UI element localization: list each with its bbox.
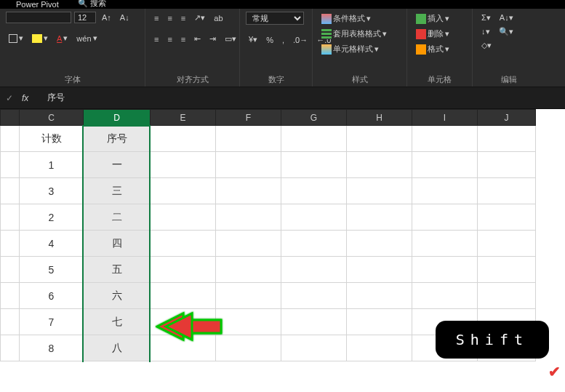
col-header-i[interactable]: I xyxy=(412,110,478,126)
cell[interactable] xyxy=(478,283,536,309)
find-button[interactable]: 🔍▾ xyxy=(496,25,516,38)
cell[interactable] xyxy=(281,178,347,204)
indent-right-button[interactable]: ⇥ xyxy=(207,33,219,45)
cell[interactable] xyxy=(281,335,347,361)
fx-icon[interactable]: fx xyxy=(22,93,28,103)
cell[interactable] xyxy=(216,126,281,152)
insert-button[interactable]: 插入▾ xyxy=(413,12,452,25)
cell[interactable]: 二 xyxy=(84,204,151,231)
indent-left-button[interactable]: ⇤ xyxy=(191,33,204,45)
cell[interactable] xyxy=(281,204,347,231)
cell[interactable] xyxy=(412,204,478,231)
cell[interactable] xyxy=(1,152,20,178)
cell[interactable]: 4 xyxy=(20,231,84,257)
fill-color-button[interactable]: ▾ xyxy=(29,32,51,44)
font-color-button[interactable]: A▾ xyxy=(54,32,71,44)
cell[interactable] xyxy=(347,309,412,335)
currency-button[interactable]: ¥▾ xyxy=(246,33,260,46)
col-header-h[interactable]: H xyxy=(347,110,412,126)
cell[interactable] xyxy=(478,257,536,283)
cell[interactable] xyxy=(1,335,20,361)
cell[interactable] xyxy=(1,257,20,283)
cell[interactable] xyxy=(281,309,347,335)
col-header-f[interactable]: F xyxy=(216,110,281,126)
col-header-d[interactable]: D xyxy=(84,110,151,126)
cell[interactable] xyxy=(281,126,347,152)
cell[interactable] xyxy=(412,283,478,309)
cell[interactable] xyxy=(281,152,347,178)
align-bottom-button[interactable]: ≡ xyxy=(178,12,188,24)
cell[interactable] xyxy=(1,283,20,309)
fx-cancel-icon[interactable]: ✓ xyxy=(6,93,13,103)
col-header-e[interactable]: E xyxy=(151,110,216,126)
cell[interactable] xyxy=(412,152,478,178)
cell[interactable] xyxy=(1,178,20,204)
align-middle-button[interactable]: ≡ xyxy=(164,12,175,24)
cell[interactable] xyxy=(347,283,412,309)
cell[interactable]: 1 xyxy=(20,152,84,178)
cell[interactable]: 2 xyxy=(20,204,84,231)
merge-button[interactable]: ▭▾ xyxy=(222,33,239,45)
cell[interactable] xyxy=(281,231,347,257)
cell[interactable] xyxy=(347,204,412,231)
cell[interactable] xyxy=(216,231,281,257)
cell[interactable]: 序号 xyxy=(84,126,151,152)
percent-button[interactable]: % xyxy=(263,34,276,46)
conditional-format-button[interactable]: 条件格式▾ xyxy=(318,12,390,25)
cell[interactable] xyxy=(151,178,216,204)
cell[interactable] xyxy=(478,204,536,231)
cell[interactable] xyxy=(151,231,216,257)
cell[interactable] xyxy=(1,126,20,152)
col-header-j[interactable]: J xyxy=(478,110,536,126)
cell[interactable] xyxy=(478,178,536,204)
cell[interactable] xyxy=(347,257,412,283)
cell[interactable] xyxy=(478,152,536,178)
cell[interactable] xyxy=(216,178,281,204)
col-header-g[interactable]: G xyxy=(281,110,347,126)
fill-button[interactable]: ↓▾ xyxy=(478,25,493,38)
clear-button[interactable]: ◇▾ xyxy=(478,39,494,52)
fx-input[interactable]: 序号 xyxy=(37,92,65,104)
cell[interactable]: 7 xyxy=(20,309,84,335)
cell[interactable] xyxy=(216,283,281,309)
cell[interactable]: 五 xyxy=(84,257,151,283)
border-button[interactable]: ▾ xyxy=(6,32,26,44)
align-top-button[interactable]: ≡ xyxy=(151,12,161,24)
cell[interactable] xyxy=(216,309,281,335)
cell[interactable]: 三 xyxy=(84,178,151,204)
cell[interactable]: 七 xyxy=(84,309,151,335)
cell[interactable]: 8 xyxy=(20,335,84,361)
cell[interactable] xyxy=(347,126,412,152)
cell[interactable] xyxy=(478,126,536,152)
cell[interactable] xyxy=(281,283,347,309)
font-size-combo[interactable] xyxy=(74,12,96,23)
align-center-button[interactable]: ≡ xyxy=(164,33,175,45)
delete-button[interactable]: 删除▾ xyxy=(413,27,452,41)
col-header-c[interactable]: C xyxy=(20,110,84,126)
wrap-text-button[interactable]: ab xyxy=(211,12,225,24)
cell[interactable]: 一 xyxy=(84,152,151,178)
number-format-combo[interactable]: 常规 xyxy=(246,12,304,25)
increase-decimal-button[interactable]: .0→ xyxy=(290,34,310,46)
cell[interactable] xyxy=(347,231,412,257)
cell[interactable] xyxy=(347,152,412,178)
cell[interactable] xyxy=(151,283,216,309)
cell[interactable]: 3 xyxy=(20,178,84,204)
autosum-button[interactable]: Σ▾ xyxy=(478,12,494,24)
cell[interactable] xyxy=(347,178,412,204)
font-name-combo[interactable] xyxy=(6,12,71,23)
cell-styles-button[interactable]: 单元格样式▾ xyxy=(318,42,390,56)
phonetic-button[interactable]: wén▾ xyxy=(73,32,100,44)
cell[interactable]: 计数 xyxy=(20,126,84,152)
tab-powerpivot[interactable]: Power Pivot xyxy=(13,0,62,9)
cell[interactable]: 八 xyxy=(84,335,151,361)
cell[interactable]: 5 xyxy=(20,257,84,283)
sort-filter-button[interactable]: A↓▾ xyxy=(497,12,516,24)
cell[interactable] xyxy=(151,126,216,152)
cell[interactable] xyxy=(347,335,412,361)
cell[interactable] xyxy=(216,335,281,361)
cell[interactable] xyxy=(151,257,216,283)
col-header[interactable] xyxy=(1,110,20,126)
cell[interactable] xyxy=(1,309,20,335)
tab-search[interactable]: 🔍 搜索 xyxy=(75,0,109,9)
